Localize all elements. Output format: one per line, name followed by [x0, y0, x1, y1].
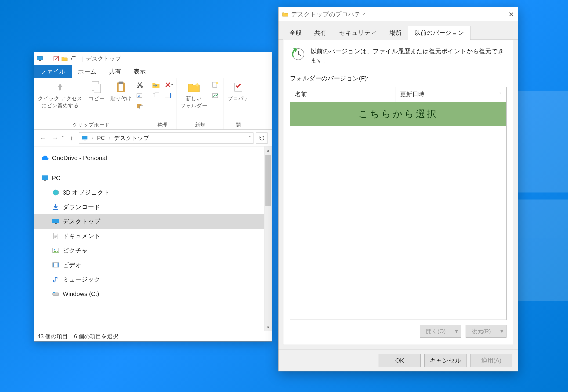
svg-rect-28 [55, 223, 57, 224]
nav-onedrive[interactable]: OneDrive - Personal [34, 151, 264, 165]
tab-view[interactable]: 表示 [128, 65, 152, 78]
pin-to-quick-access-button[interactable]: クイック アクセス にピン留めする [38, 81, 82, 109]
apply-button[interactable]: 適用(A) [470, 354, 512, 367]
chevron-right-icon[interactable]: › [108, 135, 110, 141]
easy-access-icon[interactable] [211, 91, 220, 100]
svg-rect-23 [84, 140, 86, 140]
versions-list[interactable]: 名前 更新日時 ˅ こちらから選択 [290, 87, 507, 320]
restore-version-button[interactable]: 復元(R) ▾ [466, 325, 507, 337]
refresh-button[interactable] [256, 132, 267, 144]
ok-button[interactable]: OK [379, 354, 421, 367]
svg-rect-26 [53, 209, 58, 210]
qat-dropdown-icon[interactable]: ▾ [70, 55, 76, 62]
tab-security[interactable]: セキュリティ [333, 26, 383, 40]
up-button[interactable]: ↑ [67, 133, 76, 143]
cancel-button[interactable]: キャンセル [424, 354, 466, 367]
new-folder-button[interactable]: 新しい フォルダー [180, 81, 207, 109]
pin-icon [54, 81, 67, 94]
open-version-button[interactable]: 開く(O) ▾ [420, 325, 461, 337]
tab-share[interactable]: 共有 [103, 65, 128, 78]
address-dropdown-icon[interactable]: ˅ [249, 136, 251, 141]
paste-icon [114, 81, 128, 94]
navigation-pane[interactable]: OneDrive - Personal PC 3D オブジェクト ダウンロード … [34, 146, 264, 331]
recent-locations-button[interactable]: ˅ [62, 135, 64, 141]
nav-drive-c[interactable]: Windows (C:) [34, 287, 264, 301]
svg-rect-6 [118, 82, 123, 84]
desktop-icon [52, 218, 59, 225]
copy-path-icon[interactable]: W͟ [136, 91, 144, 100]
svg-rect-24 [42, 175, 48, 180]
cube-icon [52, 189, 59, 196]
back-button[interactable]: ← [38, 133, 48, 143]
dialog-body: 以前のバージョンは、ファイル履歴または復元ポイントから復元できます。 フォルダー… [283, 40, 513, 345]
nav-pictures[interactable]: ピクチャ [34, 243, 264, 258]
tab-file[interactable]: ファイル [34, 65, 72, 78]
rename-icon[interactable] [164, 91, 173, 100]
nav-documents[interactable]: ドキュメント [34, 229, 264, 243]
tab-location[interactable]: 場所 [383, 26, 408, 40]
breadcrumb[interactable]: › PC › デスクトップ ˅ [79, 132, 253, 144]
nav-desktop[interactable]: デスクトップ [34, 214, 264, 229]
dialog-tabs: 全般 共有 セキュリティ 場所 以前のバージョン [278, 21, 518, 40]
svg-rect-25 [44, 180, 46, 181]
versions-header: 名前 更新日時 ˅ [290, 87, 506, 102]
copy-button[interactable]: コピー [87, 81, 106, 102]
music-icon [52, 276, 59, 283]
folder-icon[interactable] [61, 55, 68, 62]
breadcrumb-pc[interactable]: PC [97, 135, 105, 141]
delete-icon[interactable]: ▾ [164, 81, 173, 89]
dialog-titlebar[interactable]: デスクトップのプロパティ ✕ [278, 7, 518, 21]
folder-versions-label: フォルダーのバージョン(F): [290, 74, 507, 83]
tab-home[interactable]: ホーム [72, 65, 103, 78]
info-text: 以前のバージョンは、ファイル履歴または復元ポイントから復元できます。 [310, 47, 507, 65]
chevron-right-icon[interactable]: › [91, 135, 93, 141]
tab-general[interactable]: 全般 [283, 26, 308, 40]
restore-dropdown-icon[interactable]: ▾ [497, 325, 507, 337]
svg-rect-0 [37, 56, 43, 60]
status-item-count: 43 個の項目 [37, 333, 68, 340]
nav-pc[interactable]: PC [34, 171, 264, 185]
tab-sharing[interactable]: 共有 [308, 26, 333, 40]
move-to-icon[interactable] [152, 81, 160, 89]
separator: | [81, 55, 83, 62]
cut-icon[interactable] [136, 81, 144, 89]
video-icon [52, 261, 59, 269]
paste-button[interactable]: 貼り付け [110, 81, 131, 102]
svg-rect-13 [140, 106, 143, 109]
checkbox-icon[interactable] [53, 55, 59, 62]
column-date[interactable]: 更新日時 ˅ [395, 87, 506, 102]
svg-rect-17 [170, 93, 171, 98]
close-button[interactable]: ✕ [508, 10, 514, 18]
column-name[interactable]: 名前 [290, 87, 395, 102]
scroll-down-icon[interactable]: ▾ [264, 323, 272, 331]
drive-icon [52, 290, 59, 298]
forward-button[interactable]: → [51, 133, 60, 143]
properties-button[interactable]: プロパテ [228, 81, 249, 102]
paste-shortcut-icon[interactable] [136, 102, 144, 111]
ribbon: クイック アクセス にピン留めする コピー 貼り付け W͟ クリップボード [34, 78, 272, 130]
open-dropdown-icon[interactable]: ▾ [452, 325, 461, 337]
scrollbar-thumb[interactable] [265, 155, 271, 206]
new-item-icon[interactable] [211, 81, 220, 89]
select-here-banner[interactable]: こちらから選択 [290, 102, 506, 126]
nav-3d-objects[interactable]: 3D オブジェクト [34, 185, 264, 200]
copy-to-icon[interactable] [152, 91, 160, 100]
breadcrumb-desktop[interactable]: デスクトップ [114, 134, 149, 142]
sort-indicator-icon: ˅ [499, 92, 501, 97]
dialog-title: デスクトップのプロパティ [291, 10, 367, 18]
monitor-icon [36, 55, 43, 62]
svg-rect-22 [82, 136, 87, 140]
scroll-up-icon[interactable]: ▴ [264, 146, 272, 154]
scrollbar[interactable]: ▴ ▾ [264, 146, 272, 331]
nav-downloads[interactable]: ダウンロード [34, 200, 264, 214]
window-title: デスクトップ [86, 55, 121, 62]
svg-rect-7 [118, 84, 123, 91]
ribbon-tabs: ファイル ホーム 共有 表示 [34, 65, 272, 78]
explorer-body: OneDrive - Personal PC 3D オブジェクト ダウンロード … [34, 146, 272, 331]
tab-previous-versions[interactable]: 以前のバージョン [408, 26, 470, 40]
nav-music[interactable]: ミュージック [34, 272, 264, 287]
svg-point-19 [216, 82, 218, 84]
explorer-titlebar[interactable]: | ▾ | デスクトップ [34, 52, 272, 65]
svg-rect-4 [94, 84, 101, 93]
nav-videos[interactable]: ビデオ [34, 258, 264, 272]
